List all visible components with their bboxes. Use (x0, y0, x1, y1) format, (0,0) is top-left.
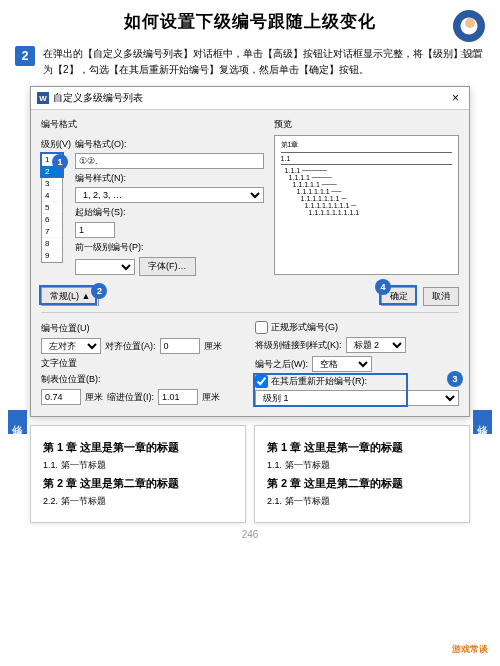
preview-label: 预览 (274, 118, 459, 131)
linkstyle-select[interactable]: 标题 2 (346, 337, 406, 353)
level-item[interactable]: 4 (42, 190, 62, 202)
indent-label: 缩进位置(I): (107, 391, 154, 404)
side-label-before-left: 修改前 (8, 410, 27, 434)
num-format-group: 编号格式 (41, 118, 264, 131)
dialog-window: W 自定义多级编号列表 × 编号格式 级别(V) 1 2 3 4 (30, 86, 470, 417)
card-sub: 1.1. 第一节标题 (267, 459, 457, 472)
dialog-title: 自定义多级编号列表 (53, 91, 448, 105)
prev-label: 前一级别编号(P): (75, 241, 264, 254)
level-item[interactable]: 3 (42, 178, 62, 190)
result-card-before: 第 1 章 这里是第一章的标题 1.1. 第一节标题 第 2 章 这里是第二章的… (30, 425, 246, 523)
tab-label: 制表位位置(B): (41, 373, 101, 386)
level-item[interactable]: 7 (42, 226, 62, 238)
level-item[interactable]: 9 (42, 250, 62, 262)
style-label: 编号样式(N): (75, 172, 264, 185)
page-title: 如何设置下级编号跟随上级变化 (0, 10, 500, 33)
formal-check-label: 正规形式编号(G) (271, 321, 338, 334)
start-spinner[interactable] (75, 222, 115, 238)
align-select[interactable]: 左对齐 (41, 338, 101, 354)
indent-spinner[interactable] (158, 389, 198, 405)
after-label: 编号之后(W): (255, 358, 308, 371)
tab-spinner[interactable] (41, 389, 81, 405)
start-label: 起始编号(S): (75, 206, 264, 219)
titlebar: W 自定义多级编号列表 × (31, 87, 469, 110)
level-item[interactable]: 6 (42, 214, 62, 226)
pos-label: 编号位置(U) (41, 322, 245, 335)
card-heading: 第 2 章 这里是第二章的标题 (267, 476, 457, 491)
alignat-label: 对齐位置(A): (105, 340, 156, 353)
level-item[interactable]: 8 (42, 238, 62, 250)
format-label: 编号格式(O): (75, 138, 264, 151)
card-sub: 2.2. 第一节标题 (43, 495, 233, 508)
card-sub: 2.1. 第一节标题 (267, 495, 457, 508)
home-link[interactable]: 主页 (453, 48, 485, 61)
preview-ch1: 第1章 (281, 140, 452, 150)
format-input[interactable] (75, 153, 264, 169)
card-heading: 第 2 章 这里是第二章的标题 (43, 476, 233, 491)
unit-label: 厘米 (204, 340, 222, 353)
level-item[interactable]: 5 (42, 202, 62, 214)
textpos-label: 文字位置 (41, 357, 245, 370)
watermark: 游戏常谈 (452, 643, 488, 656)
linkstyle-label: 将级别链接到样式(K): (255, 339, 342, 352)
font-button[interactable]: 字体(F)… (139, 257, 196, 276)
restart-checkbox[interactable] (255, 375, 268, 388)
callout-1: 1 (52, 154, 68, 170)
preview-sub: 1.1 (281, 155, 452, 162)
word-icon: W (37, 92, 49, 104)
prev-select[interactable] (75, 259, 135, 275)
style-select[interactable]: 1, 2, 3, … (75, 187, 264, 203)
restart-check-label: 在其后重新开始编号(R): (271, 375, 367, 388)
restart-level-select[interactable]: 级别 1 (255, 390, 459, 406)
unit-label3: 厘米 (202, 391, 220, 404)
close-icon[interactable]: × (448, 91, 463, 105)
callout-3: 3 (447, 371, 463, 387)
side-label-before-right: 修改前 (473, 410, 492, 434)
step-number-badge: 2 (15, 46, 35, 66)
card-sub: 1.1. 第一节标题 (43, 459, 233, 472)
formal-checkbox[interactable] (255, 321, 268, 334)
step-instruction: 在弹出的【自定义多级编号列表】对话框中，单击【高级】按钮让对话框显示完整，将【级… (43, 46, 485, 78)
level-label: 级别(V) (41, 138, 71, 151)
card-heading: 第 1 章 这里是第一章的标题 (43, 440, 233, 455)
cancel-button[interactable]: 取消 (423, 287, 459, 306)
callout-2: 2 (91, 283, 107, 299)
page-number: 246 (0, 529, 500, 540)
callout-4: 4 (375, 279, 391, 295)
author-box: 主页 (453, 10, 485, 61)
alignat-spinner[interactable] (160, 338, 200, 354)
card-heading: 第 1 章 这里是第一章的标题 (267, 440, 457, 455)
avatar (453, 10, 485, 42)
unit-label2: 厘米 (85, 391, 103, 404)
preview-box: 第1章 1.1 1.1.1 ───── 1.1.1.1 ──── 1.1.1.1… (274, 135, 459, 275)
level-list[interactable]: 1 2 3 4 5 6 7 8 9 1 (41, 153, 63, 263)
result-card-after: 第 1 章 这里是第一章的标题 1.1. 第一节标题 第 2 章 这里是第二章的… (254, 425, 470, 523)
after-select[interactable]: 空格 (312, 356, 372, 372)
